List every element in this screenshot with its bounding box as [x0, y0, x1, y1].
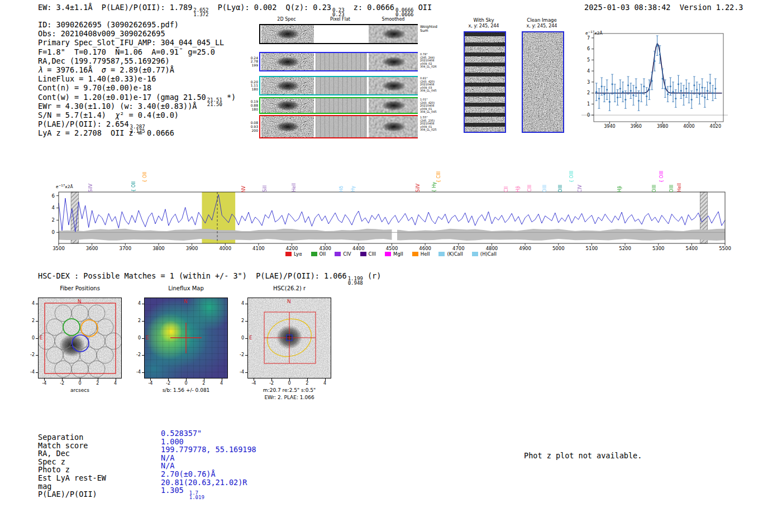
match-row-label: RA, Dec	[38, 449, 70, 458]
match-row-label: Photo z	[38, 465, 70, 474]
match-row-label: Separation	[38, 433, 83, 442]
elixer-detection-report: EW: 3.4±1.1Å P(LAE)/P(OII): 1.7892.6521.…	[0, 0, 782, 532]
sup-sub-range: 1.71.019	[189, 491, 204, 500]
match-row-label: Spec z	[38, 457, 65, 466]
match-row-value: N/A	[161, 453, 174, 462]
match-row-value: 20.81(20.63,21.02)R	[161, 478, 247, 487]
text-run: 1.305	[161, 486, 188, 495]
photz-note: Phot z plot not available.	[524, 451, 642, 460]
match-row-label: mag	[38, 482, 51, 491]
match-row-value: N/A	[161, 461, 174, 470]
match-row-label: Match score	[38, 441, 88, 450]
match-row-value: 2.70(±0.76)Å	[161, 469, 216, 478]
match-row-value: 199.779778, 55.169198	[161, 445, 256, 454]
match-row-value: 1.305 1.71.019	[161, 486, 204, 500]
match-row-label: Est LyA rest-EW	[38, 473, 106, 482]
match-row-value: 0.528357"	[161, 429, 202, 438]
catalog-match-table: Separation0.528357"Match score1.000RA, D…	[0, 0, 782, 532]
match-row-label: P(LAE)/P(OII)	[38, 490, 97, 499]
match-row-value: 1.000	[161, 437, 184, 446]
